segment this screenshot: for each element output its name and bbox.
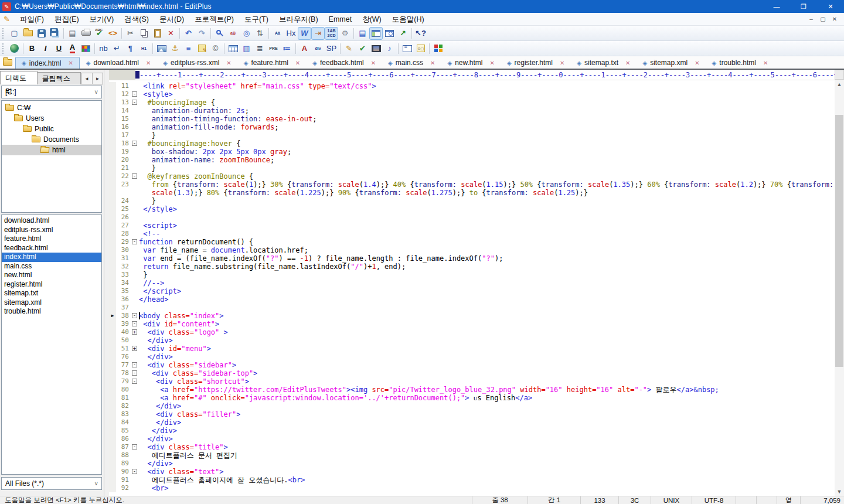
code-line[interactable]: 16 animation-fill-mode: forwards; bbox=[109, 123, 835, 131]
syntax-check-button[interactable]: ✔ bbox=[356, 42, 369, 55]
menu-item-1[interactable]: 편집(E) bbox=[49, 13, 84, 26]
file-item-index.html[interactable]: index.html bbox=[2, 253, 101, 262]
underline-button[interactable]: U bbox=[52, 42, 66, 55]
set-font-button[interactable]: Aã bbox=[271, 27, 284, 40]
file-item-new.html[interactable]: new.html bbox=[2, 271, 101, 280]
code-line[interactable]: 23 from {transform: scale(1);} 30% {tran… bbox=[109, 181, 835, 189]
div-tag-button[interactable]: div bbox=[311, 42, 325, 55]
fold-collapse-icon[interactable]: - bbox=[132, 469, 137, 474]
form-controls-button[interactable] bbox=[414, 42, 427, 55]
code-line[interactable]: 30 var file_name = document.location.hre… bbox=[109, 246, 835, 254]
tab-register.html[interactable]: ◈register.html✕ bbox=[501, 57, 570, 69]
code-line[interactable]: 87- <div class="title"> bbox=[109, 443, 835, 451]
scroll-left-icon[interactable]: ◄ bbox=[81, 73, 92, 84]
span-tag-button[interactable]: SP bbox=[325, 42, 338, 55]
tab-index.html[interactable]: ◈index.html✕ bbox=[15, 57, 80, 69]
mdi-restore-button[interactable]: ▢ bbox=[817, 16, 829, 22]
tab-trouble.html[interactable]: ◈trouble.html✕ bbox=[706, 57, 774, 69]
save-button[interactable] bbox=[35, 27, 48, 40]
menu-item-10[interactable]: 도움말(H) bbox=[387, 13, 430, 26]
new-file-button[interactable]: ▢ bbox=[8, 27, 21, 40]
close-tab-icon[interactable]: ✕ bbox=[695, 60, 699, 66]
menu-item-8[interactable]: Emmet bbox=[324, 13, 358, 26]
code-line[interactable]: 18- #bouncingImage:hover { bbox=[109, 139, 835, 148]
code-line[interactable]: 84 </div> bbox=[109, 418, 835, 427]
code-line[interactable]: 91 에디트플러스 홈페이지에 잘 오셨습니다.<br> bbox=[109, 476, 835, 484]
fold-collapse-icon[interactable]: - bbox=[132, 444, 137, 449]
file-item-sitemap.txt[interactable]: sitemap.txt bbox=[2, 289, 101, 298]
browser-window-button[interactable] bbox=[383, 27, 396, 40]
tab-download.html[interactable]: ◈download.html✕ bbox=[80, 57, 156, 69]
file-item-feature.html[interactable]: feature.html bbox=[2, 234, 101, 244]
insert-image-button[interactable] bbox=[155, 42, 168, 55]
code-line[interactable]: 27 <script> bbox=[109, 222, 835, 230]
file-item-sitemap.xml[interactable]: sitemap.xml bbox=[2, 298, 101, 308]
code-line[interactable]: 40+ <div class="logo" > bbox=[109, 328, 835, 336]
fold-collapse-icon[interactable]: - bbox=[132, 321, 137, 326]
copy-button[interactable] bbox=[137, 27, 151, 40]
redo-button[interactable]: ↷ bbox=[195, 27, 209, 40]
close-button[interactable]: ✕ bbox=[817, 0, 844, 13]
code-line[interactable]: 31 var end = (file_name.indexOf("?") == … bbox=[109, 254, 835, 263]
heading-button[interactable]: H1 bbox=[137, 42, 151, 55]
code-line[interactable]: 32 return file_name.substring(file_name.… bbox=[109, 263, 835, 271]
insert-movie-button[interactable] bbox=[369, 42, 383, 55]
table-cell-button[interactable]: ▥ bbox=[240, 42, 253, 55]
fold-collapse-icon[interactable]: - bbox=[132, 313, 137, 318]
fold-collapse-icon[interactable]: - bbox=[132, 239, 137, 244]
close-tab-icon[interactable]: ✕ bbox=[625, 60, 630, 66]
scroll-right-icon[interactable]: ► bbox=[92, 73, 103, 84]
code-line[interactable]: 83 <div class="filler"> bbox=[109, 410, 835, 418]
menu-item-4[interactable]: 문서(D) bbox=[154, 13, 189, 26]
code-line[interactable]: 12- <style> bbox=[109, 90, 835, 98]
close-tab-icon[interactable]: ✕ bbox=[68, 60, 73, 66]
code-line[interactable]: 92 <br> bbox=[109, 484, 835, 492]
italic-button[interactable]: I bbox=[39, 42, 52, 55]
tree-item-Users[interactable]: Users bbox=[2, 113, 101, 124]
menu-item-0[interactable]: 파일(F) bbox=[15, 13, 49, 26]
drive-select[interactable]: [C:] ˅ bbox=[1, 86, 102, 98]
replace-button[interactable]: aB bbox=[226, 27, 240, 40]
menu-item-6[interactable]: 도구(T) bbox=[239, 13, 274, 26]
code-line[interactable]: 79- <div class="shortcut"> bbox=[109, 377, 835, 386]
code-line[interactable]: 19 box-shadow: 2px 2px 5px 0px gray; bbox=[109, 148, 835, 156]
close-tab-icon[interactable]: ✕ bbox=[371, 60, 376, 66]
file-item-feedback.html[interactable]: feedback.html bbox=[2, 244, 101, 253]
tab-main.css[interactable]: ◈main.css✕ bbox=[382, 57, 441, 69]
tab-editplus-rss.xml[interactable]: ◈editplus-rss.xml✕ bbox=[157, 57, 237, 69]
paragraph-button[interactable]: ¶ bbox=[124, 42, 137, 55]
line-numbers-button[interactable]: 1AB 2CD bbox=[325, 27, 338, 40]
web-browser-button[interactable] bbox=[8, 42, 21, 55]
fold-collapse-icon[interactable]: - bbox=[132, 141, 137, 146]
horizontal-rule-button[interactable]: ≡ bbox=[182, 42, 195, 55]
code-line[interactable]: 77- <div class="sidebar"> bbox=[109, 361, 835, 369]
menu-item-5[interactable]: 프로젝트(P) bbox=[189, 13, 239, 26]
code-line[interactable]: 26 bbox=[109, 213, 835, 222]
code-line[interactable]: 89 </div> bbox=[109, 459, 835, 468]
code-line[interactable]: 50 </div> bbox=[109, 336, 835, 345]
document-list-button[interactable]: ▤ bbox=[356, 27, 369, 40]
code-line[interactable]: 29-function returnDocument() { bbox=[109, 238, 835, 246]
code-line[interactable]: 17 } bbox=[109, 131, 835, 139]
indent-guide-button[interactable]: ⇥ bbox=[311, 27, 325, 40]
tab-feature.html[interactable]: ◈feature.html✕ bbox=[238, 57, 306, 69]
toolbar-grip[interactable] bbox=[2, 43, 5, 54]
special-character-button[interactable]: A bbox=[298, 42, 311, 55]
context-help-button[interactable]: ↖? bbox=[414, 27, 427, 40]
code-line[interactable]: ▶38-<body class="index"> bbox=[109, 312, 835, 320]
code-line[interactable]: 20 animation-name: zoomInBounce; bbox=[109, 156, 835, 164]
tree-item-Documents[interactable]: Documents bbox=[2, 134, 101, 145]
tab-cliptext[interactable]: 클립텍스트 bbox=[38, 72, 81, 84]
scroll-up-icon[interactable]: ▲ bbox=[835, 80, 844, 89]
menu-item-7[interactable]: 브라우저(B) bbox=[274, 13, 324, 26]
cut-button[interactable]: ✂ bbox=[124, 27, 137, 40]
mdi-minimize-button[interactable]: – bbox=[805, 16, 817, 22]
insert-table-button[interactable] bbox=[226, 42, 240, 55]
code-line[interactable]: 81 <a href="#" onclick="javascript:windo… bbox=[109, 394, 835, 402]
code-line[interactable]: 25 </style> bbox=[109, 205, 835, 213]
spell-check-button[interactable]: ✔ABC bbox=[93, 27, 106, 40]
fold-collapse-icon[interactable]: - bbox=[132, 91, 137, 97]
split-window-button[interactable] bbox=[369, 27, 383, 40]
print-button[interactable] bbox=[79, 27, 93, 40]
open-file-button[interactable] bbox=[21, 27, 35, 40]
